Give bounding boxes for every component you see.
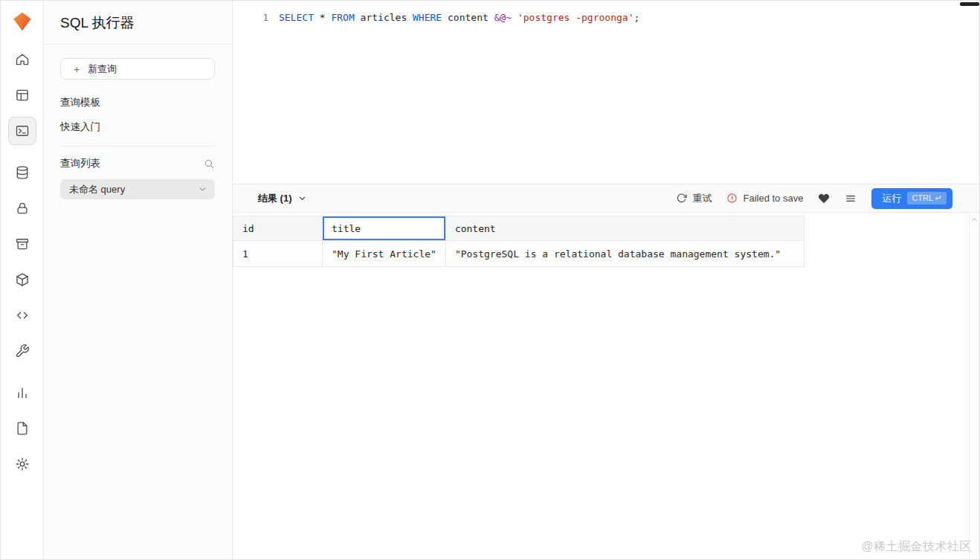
refresh-icon	[676, 193, 687, 204]
icon-rail	[1, 1, 44, 559]
code-token-operator: &@~	[494, 12, 512, 23]
save-error-status: Failed to save	[726, 193, 803, 204]
table-cell[interactable]: "PostgreSQL is a relational database man…	[445, 241, 804, 267]
column-header-content[interactable]: content	[445, 216, 804, 241]
code-token-plain: ;	[634, 12, 640, 23]
auth-lock-icon[interactable]	[8, 194, 36, 222]
results-table: idtitlecontent 1"My First Article""Postg…	[233, 216, 805, 267]
run-button[interactable]: 运行 CTRL ↵	[871, 188, 952, 209]
sidebar: SQL 执行器 ＋ 新查询 查询模板 快速入门 查询列表 未命名 query	[44, 1, 233, 559]
table-cell[interactable]: 1	[233, 241, 323, 267]
query-list-item-selected[interactable]: 未命名 query	[60, 179, 215, 199]
api-code-icon[interactable]	[8, 301, 36, 329]
new-query-button[interactable]: ＋ 新查询	[60, 58, 215, 80]
query-item-label: 未命名 query	[69, 183, 125, 196]
app-window: SQL 执行器 ＋ 新查询 查询模板 快速入门 查询列表 未命名 query	[0, 0, 980, 560]
logs-file-icon[interactable]	[8, 414, 36, 442]
run-label: 运行	[882, 192, 901, 205]
database-icon[interactable]	[8, 158, 36, 187]
code-token-plain	[512, 12, 518, 23]
home-icon[interactable]	[8, 45, 36, 74]
results-scrollbar[interactable]	[969, 213, 979, 559]
code-token-keyword: SELECT	[279, 12, 314, 23]
code-line: 1 SELECT * FROM articles WHERE content &…	[233, 1, 979, 25]
storage-icon[interactable]	[8, 230, 36, 258]
line-number: 1	[233, 10, 268, 25]
sidebar-item-query-templates[interactable]: 查询模板	[60, 96, 216, 109]
code-token-keyword: WHERE	[413, 12, 442, 23]
sql-editor-icon[interactable]	[8, 117, 36, 145]
code-token-plain: articles	[355, 12, 413, 23]
column-header-id[interactable]: id	[233, 216, 323, 241]
column-header-title[interactable]: title	[323, 216, 446, 241]
tools-wrench-icon[interactable]	[8, 337, 36, 365]
chevron-down-icon	[198, 184, 207, 194]
table-editor-icon[interactable]	[8, 81, 36, 109]
save-error-label: Failed to save	[743, 193, 803, 204]
settings-gear-icon[interactable]	[8, 450, 36, 478]
code-token-plain: content	[442, 12, 494, 23]
results-dropdown[interactable]: 结果 (1)	[258, 192, 308, 205]
query-list-label: 查询列表	[60, 157, 100, 170]
scroll-up-arrow-icon[interactable]	[971, 216, 978, 223]
sidebar-header: SQL 执行器	[44, 1, 232, 45]
app-logo[interactable]	[10, 10, 34, 33]
query-list-header: 查询列表	[44, 147, 232, 178]
table-row: 1"My First Article""PostgreSQL is a rela…	[233, 241, 805, 267]
sidebar-item-quick-start[interactable]: 快速入门	[60, 120, 216, 134]
results-label: 结果 (1)	[258, 192, 292, 205]
code-token-keyword: FROM	[331, 12, 354, 23]
functions-cube-icon[interactable]	[8, 265, 36, 294]
results-toolbar: 结果 (1) 重试 Failed to save	[233, 184, 979, 213]
sql-code[interactable]: SELECT * FROM articles WHERE content &@~…	[268, 10, 639, 25]
plus-icon: ＋	[71, 64, 82, 74]
search-icon[interactable]	[202, 157, 216, 170]
retry-button[interactable]: 重试	[676, 192, 712, 205]
main-panel: 1 SELECT * FROM articles WHERE content &…	[233, 1, 979, 559]
favorite-heart-icon[interactable]	[818, 193, 830, 205]
new-query-label: 新查询	[88, 62, 117, 76]
editor-scrollbar-thumb[interactable]	[960, 2, 979, 6]
page-title: SQL 执行器	[60, 13, 216, 33]
sql-editor[interactable]: 1 SELECT * FROM articles WHERE content &…	[233, 1, 979, 184]
results-panel: 结果 (1) 重试 Failed to save	[233, 184, 979, 559]
table-header-row: idtitlecontent	[233, 216, 805, 241]
watermark: @稀土掘金技术社区	[861, 539, 972, 555]
results-table-area: idtitlecontent 1"My First Article""Postg…	[233, 213, 979, 559]
format-lines-icon[interactable]	[845, 193, 857, 205]
code-token-plain: *	[314, 12, 331, 23]
reports-chart-icon[interactable]	[8, 379, 36, 407]
sidebar-links: 查询模板 快速入门	[44, 80, 232, 134]
toolbar-actions: 重试 Failed to save 运行 CTRL ↵	[676, 188, 952, 209]
chevron-down-icon	[297, 193, 308, 204]
error-icon	[726, 193, 738, 204]
code-token-string: 'postgres -pgroonga'	[518, 12, 634, 23]
table-cell[interactable]: "My First Article"	[323, 241, 446, 267]
run-shortcut: CTRL ↵	[907, 192, 947, 205]
retry-label: 重试	[692, 192, 712, 205]
